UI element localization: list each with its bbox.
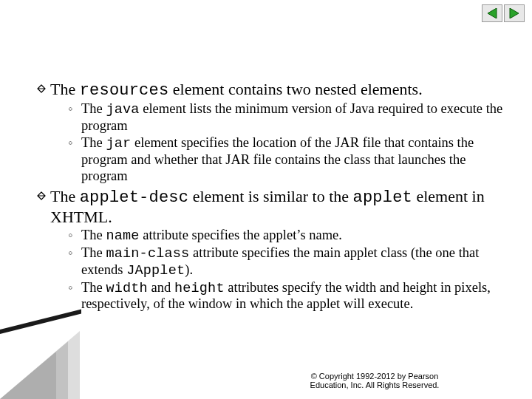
nav-buttons <box>482 4 525 22</box>
main-bullet-item: The resources element contains two neste… <box>33 80 507 100</box>
svg-marker-1 <box>510 8 519 18</box>
sub-bullet-item: ◦The name attribute specifies the applet… <box>68 228 507 245</box>
main-bullet-text: The applet-desc element is similar to th… <box>50 187 507 226</box>
copyright-line2: Education, Inc. All Rights Reserved. <box>310 381 440 389</box>
sub-bullet-marker: ◦ <box>68 135 81 151</box>
svg-marker-0 <box>488 8 497 18</box>
sub-bullet-marker: ◦ <box>68 228 81 244</box>
main-bullet-icon <box>37 84 46 93</box>
prev-button[interactable] <box>482 4 502 22</box>
next-button[interactable] <box>504 4 525 22</box>
main-bullet-text: The resources element contains two neste… <box>50 80 423 100</box>
corner-accent-icon <box>0 325 85 399</box>
content-body: The resources element contains two neste… <box>33 80 507 316</box>
sub-bullet-list: ◦The java element lists the minimum vers… <box>68 101 507 184</box>
sub-bullet-text: The main-class attribute specifies the m… <box>81 245 507 279</box>
sub-bullet-item: ◦The java element lists the minimum vers… <box>68 101 507 134</box>
sub-bullet-item: ◦The main-class attribute specifies the … <box>68 245 507 279</box>
slide: The resources element contains two neste… <box>0 0 532 399</box>
sub-bullet-text: The java element lists the minimum versi… <box>81 101 507 134</box>
main-bullet-item: The applet-desc element is similar to th… <box>33 187 507 226</box>
main-bullet-icon <box>37 191 46 200</box>
copyright-notice: © Copyright 1992-2012 by Pearson Educati… <box>275 372 474 390</box>
sub-bullet-text: The width and height attributes specify … <box>81 280 507 313</box>
sub-bullet-item: ◦The width and height attributes specify… <box>68 280 507 313</box>
sub-bullet-text: The jar element specifies the location o… <box>81 135 507 184</box>
sub-bullet-marker: ◦ <box>68 101 81 117</box>
main-bullet-marker <box>33 80 50 93</box>
main-bullet-marker <box>33 187 50 200</box>
sub-bullet-text: The name attribute specifies the applet’… <box>81 228 507 245</box>
sub-bullet-item: ◦The jar element specifies the location … <box>68 135 507 184</box>
sub-bullet-marker: ◦ <box>68 280 81 296</box>
triangle-right-icon <box>508 8 520 18</box>
sub-bullet-list: ◦The name attribute specifies the applet… <box>68 228 507 313</box>
copyright-line1: © Copyright 1992-2012 by Pearson <box>311 372 439 381</box>
triangle-left-icon <box>486 8 498 18</box>
sub-bullet-marker: ◦ <box>68 245 81 262</box>
